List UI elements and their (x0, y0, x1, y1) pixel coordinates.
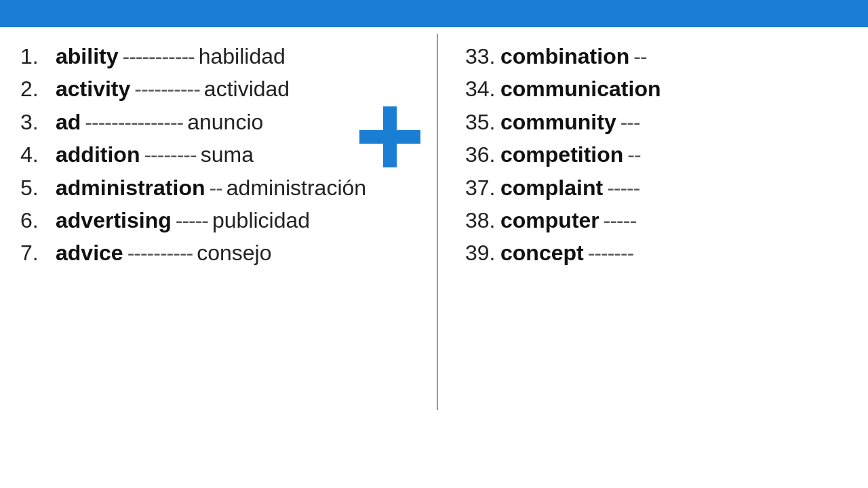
spanish-translation: publicidad (212, 205, 310, 236)
dash-separator: ----- (604, 205, 636, 236)
list-item: 3.ad --------------- anuncio (20, 106, 410, 138)
list-item: 34.communication (465, 73, 854, 104)
item-number: 36. (465, 139, 500, 170)
list-item: 33.combination -- (465, 41, 854, 72)
list-item: 36.competition -- (465, 139, 854, 170)
dash-separator: ---------- (134, 73, 200, 104)
list-item: 1.ability ----------- habilidad (20, 41, 410, 72)
spanish-translation: habilidad (199, 41, 285, 72)
item-number: 2. (20, 73, 56, 104)
english-word: administration (56, 172, 205, 203)
english-word: advice (56, 237, 123, 268)
spanish-translation: anuncio (187, 106, 263, 138)
spanish-translation: administración (226, 172, 366, 203)
dash-separator: -- (627, 139, 640, 170)
english-word: activity (56, 73, 130, 104)
item-number: 35. (465, 106, 500, 138)
dash-separator: -------- (144, 139, 196, 170)
item-number: 1. (20, 41, 56, 72)
dash-separator: ----------- (122, 41, 194, 72)
dash-separator: -- (209, 172, 222, 203)
item-number: 33. (465, 41, 500, 72)
item-number: 39. (465, 237, 500, 268)
spanish-translation: suma (201, 139, 254, 170)
list-item: 6.advertising ----- publicidad (20, 205, 410, 236)
list-item: 4.addition -------- suma (20, 139, 410, 170)
plus-icon (353, 100, 427, 174)
english-word: community (500, 106, 616, 138)
dash-separator: ------- (588, 237, 634, 268)
list-item: 35.community --- (465, 106, 854, 138)
spanish-translation: actividad (204, 73, 290, 104)
list-item: 38.computer ----- (465, 205, 854, 236)
header (0, 0, 868, 27)
list-item: 37.complaint ----- (465, 172, 854, 203)
svg-rect-1 (359, 130, 420, 144)
dash-separator: -- (633, 41, 646, 72)
dash-separator: ----- (607, 172, 639, 203)
item-number: 37. (465, 172, 500, 203)
item-number: 4. (20, 139, 56, 170)
english-word: addition (56, 139, 140, 170)
item-number: 34. (465, 73, 500, 104)
item-number: 3. (20, 106, 56, 138)
list-item: 39.concept ------- (465, 237, 854, 268)
spanish-translation: consejo (197, 237, 271, 268)
english-word: computer (500, 205, 599, 236)
english-word: concept (500, 237, 584, 268)
english-word: ability (56, 41, 118, 72)
english-word: combination (500, 41, 629, 72)
list-item: 2.activity ---------- actividad (20, 73, 410, 104)
item-number: 38. (465, 205, 500, 236)
list-item: 5.administration -- administración (20, 172, 410, 203)
item-number: 6. (20, 205, 56, 236)
item-number: 5. (20, 172, 56, 203)
english-word: communication (500, 73, 660, 104)
dash-separator: ----- (176, 205, 208, 236)
english-word: ad (56, 106, 81, 138)
list-item: 7.advice ---------- consejo (20, 237, 410, 268)
left-column: 1.ability ----------- habilidad2.activit… (0, 34, 438, 410)
english-word: advertising (56, 205, 172, 236)
dash-separator: ---------- (127, 237, 193, 268)
right-column: 33.combination --34.communication 35.com… (438, 34, 868, 410)
item-number: 7. (20, 237, 56, 268)
dash-separator: --- (620, 106, 640, 138)
dash-separator: --------------- (85, 106, 183, 138)
english-word: competition (500, 139, 623, 170)
english-word: complaint (500, 172, 603, 203)
